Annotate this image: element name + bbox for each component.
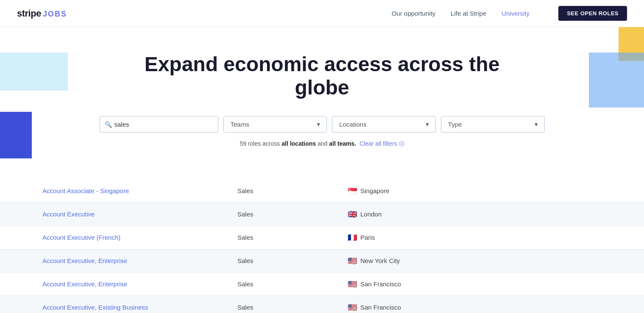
filter-prefix: 59 roles across <box>240 140 282 147</box>
job-location: 🇺🇸 New York City <box>348 257 400 265</box>
job-title-link[interactable]: Account Executive <box>42 211 237 218</box>
job-team: Sales <box>237 257 348 264</box>
filter-middle: and <box>316 140 329 147</box>
nav-our-opportunity[interactable]: Our opportunity <box>392 10 435 17</box>
search-icon: 🔍 <box>105 121 112 128</box>
type-dropdown-wrap: Type All Types Full-time Part-time Contr… <box>441 116 545 133</box>
flag-icon: 🇬🇧 <box>348 211 357 218</box>
table-row: Account Executive Sales 🇬🇧 London <box>0 203 644 226</box>
see-open-roles-button[interactable]: SEE OPEN ROLES <box>558 6 627 21</box>
table-row: Account Executive, Enterprise Sales 🇺🇸 N… <box>0 249 644 273</box>
job-location: 🇺🇸 San Francisco <box>348 280 401 288</box>
logo-jobs: JOBS <box>43 10 67 19</box>
table-row: Account Associate - Singapore Sales 🇸🇬 S… <box>0 180 644 203</box>
teams-dropdown-wrap: Teams All Teams Sales Engineering Financ… <box>223 116 327 133</box>
type-dropdown[interactable]: Type All Types Full-time Part-time Contr… <box>441 116 545 133</box>
locations-dropdown[interactable]: Locations All Locations Singapore London… <box>332 116 436 133</box>
job-team: Sales <box>237 187 348 194</box>
locations-dropdown-wrap: Locations All Locations Singapore London… <box>332 116 436 133</box>
table-row: Account Executive (French) Sales 🇫🇷 Pari… <box>0 226 644 249</box>
job-location: 🇬🇧 London <box>348 211 382 218</box>
search-row: 🔍 Teams All Teams Sales Engineering Fina… <box>100 116 545 133</box>
nav-links: Our opportunity Life at Stripe Universit… <box>392 6 627 21</box>
flag-icon: 🇸🇬 <box>348 187 357 195</box>
clear-filters-link[interactable]: Clear all filters ⓧ <box>360 140 404 147</box>
clear-filters-icon: ⓧ <box>399 141 404 147</box>
table-row: Account Executive, Enterprise Sales 🇺🇸 S… <box>0 273 644 296</box>
job-location: 🇸🇬 Singapore <box>348 187 389 195</box>
job-location: 🇫🇷 Paris <box>348 234 375 241</box>
location-text: Singapore <box>360 187 389 194</box>
filter-bold-locations: all locations <box>282 140 316 147</box>
table-row: Account Executive, Existing Business Sal… <box>0 296 644 313</box>
job-team: Sales <box>237 280 348 288</box>
flag-icon: 🇺🇸 <box>348 304 357 311</box>
flag-icon: 🇺🇸 <box>348 257 357 265</box>
job-team: Sales <box>237 234 348 241</box>
job-title-link[interactable]: Account Executive, Enterprise <box>42 280 237 288</box>
job-location: 🇺🇸 San Francisco <box>348 304 401 311</box>
navbar: stripe JOBS Our opportunity Life at Stri… <box>0 0 644 27</box>
logo-stripe: stripe <box>17 8 41 19</box>
job-team: Sales <box>237 304 348 311</box>
decor-left-light <box>0 53 68 91</box>
hero-title: Expand economic access across the globe <box>131 53 513 99</box>
hero-section: Expand economic access across the globe … <box>0 27 644 169</box>
search-input-wrap: 🔍 <box>100 116 218 133</box>
location-text: London <box>360 211 382 218</box>
teams-dropdown[interactable]: Teams All Teams Sales Engineering Financ… <box>223 116 327 133</box>
decor-right-blue <box>589 53 644 108</box>
location-text: San Francisco <box>360 280 401 288</box>
job-title-link[interactable]: Account Executive, Enterprise <box>42 257 237 264</box>
logo[interactable]: stripe JOBS <box>17 8 67 19</box>
jobs-list: Account Associate - Singapore Sales 🇸🇬 S… <box>0 180 644 313</box>
filter-summary: 59 roles across all locations and all te… <box>100 140 545 148</box>
job-title-link[interactable]: Account Associate - Singapore <box>42 187 237 194</box>
search-input[interactable] <box>100 116 218 133</box>
nav-university[interactable]: University <box>502 10 530 17</box>
nav-life-at-stripe[interactable]: Life at Stripe <box>451 10 486 17</box>
filter-bold-teams: all teams. <box>329 140 356 147</box>
flag-icon: 🇫🇷 <box>348 234 357 241</box>
job-title-link[interactable]: Account Executive, Existing Business <box>42 304 237 311</box>
job-team: Sales <box>237 211 348 218</box>
location-text: New York City <box>360 257 400 264</box>
job-title-link[interactable]: Account Executive (French) <box>42 234 237 241</box>
location-text: San Francisco <box>360 304 401 311</box>
flag-icon: 🇺🇸 <box>348 280 357 288</box>
decor-left-dark <box>0 112 32 158</box>
location-text: Paris <box>360 234 375 241</box>
